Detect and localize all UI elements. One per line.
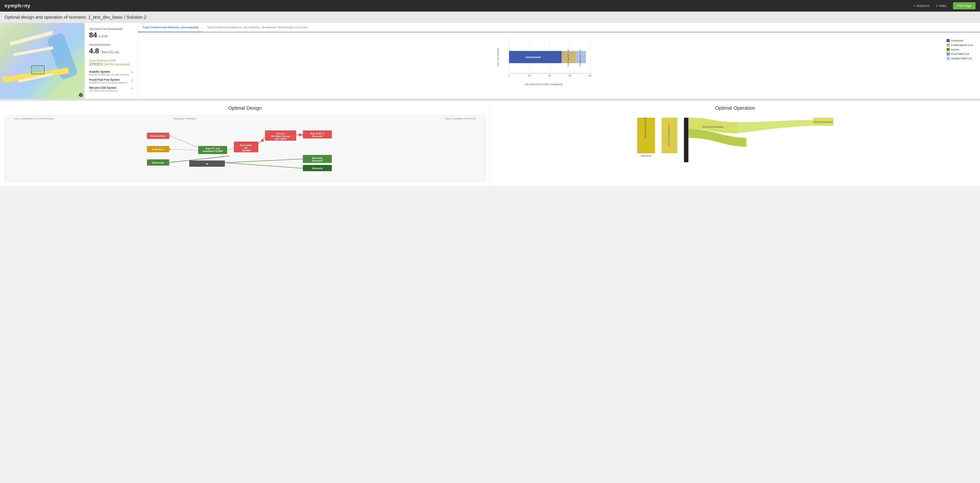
legend-color-fuel (947, 43, 950, 46)
page-title-bar: Optimal design and operation of scenario… (0, 11, 980, 23)
chart-legend: Investment Fuel&Capacity Cost Income Fix… (947, 37, 975, 86)
svg-rect-64 (684, 118, 688, 162)
green-premium-value: 13'819.1 CHF/Ton (annualized) (89, 62, 134, 66)
svg-text:Air-to-water: Air-to-water (240, 144, 252, 147)
svg-rect-45 (261, 139, 264, 142)
section-divider (0, 99, 980, 101)
system-item-netzero: Net-zero CO2 System (4.8 Tons CO2 Emissi… (89, 86, 134, 92)
green-premium-metric: Green Premiums (GP) 13'819.1 CHF/Ton (an… (89, 59, 134, 66)
svg-text:Heat 70-80 °C: Heat 70-80 °C (310, 132, 325, 135)
bar-chart-svg: 0 20 40 60 80 hub1 text changed (143, 37, 944, 81)
svg-text:HP: HP (245, 147, 248, 149)
map-panel[interactable]: i (0, 23, 84, 99)
operation-svg: Solar Roof (Import) Solar Roof Solar PV … (495, 115, 976, 174)
hubs-menu[interactable]: ▼ Hubs (936, 4, 947, 8)
lifecycle-value: 84 k CHF (89, 31, 134, 39)
map-road (9, 30, 53, 46)
map-info-icon[interactable]: i (79, 93, 83, 97)
legend-item-fuel: Fuel&Capacity Cost (947, 43, 975, 46)
check-icon: ✓ (130, 78, 134, 83)
svg-point-26 (168, 135, 170, 137)
metrics-panel: Life-cycle Cost (Annualized) 84 k CHF An… (84, 23, 138, 99)
svg-point-28 (168, 148, 170, 150)
map: i (0, 23, 84, 99)
navbar: sympheny ▼ Solutions ▼ Hubs Print Page (0, 0, 980, 11)
navbar-right: ▼ Solutions ▼ Hubs Print Page (913, 2, 975, 10)
svg-line-25 (169, 136, 203, 149)
emissions-unit: Tons CO₂-eq (101, 50, 119, 54)
svg-text:Solar Roof: Solar Roof (152, 148, 164, 151)
legend-label: Variable O&M Cost (951, 57, 972, 60)
map-selected-area (31, 65, 45, 74)
lifecycle-label: Life-cycle Cost (Annualized) (89, 27, 134, 30)
lifecycle-unit: k CHF (99, 35, 108, 38)
legend-label: Investment (951, 39, 963, 42)
flow-diagram: Import Candidates & On-site Resources Te… (5, 115, 485, 182)
optimal-design-panel: Optimal Design Import Candidates & On-si… (0, 101, 490, 186)
svg-text:Solar Roof: Solar Roof (641, 155, 651, 157)
svg-text:Electricity: Electricity (152, 161, 164, 164)
svg-text:Electricity (Demand): Electricity (Demand) (813, 121, 833, 123)
chart-panel: Total Cost/Income Balance, (Annualized) … (138, 23, 980, 99)
system-name: Fossil Fuel Free System (89, 78, 129, 81)
svg-text:158.9kW: 158.9kW (242, 149, 251, 152)
svg-text:installation 82.6kW: installation 82.6kW (203, 150, 223, 153)
legend-label: Fuel&Capacity Cost (951, 44, 973, 46)
emissions-value: 4.8 Tons CO₂-eq (89, 47, 134, 55)
legend-color-investment (947, 39, 950, 42)
svg-text:0: 0 (509, 75, 510, 77)
tech-label: Technology Candidates (173, 118, 196, 120)
operation-chart: Solar Roof (Import) Solar Roof Solar PV … (495, 115, 976, 174)
svg-text:Electricity: Electricity (312, 167, 323, 170)
lifecycle-metric: Life-cycle Cost (Annualized) 84 k CHF (89, 27, 134, 39)
main-content: i Life-cycle Cost (Annualized) 84 k CHF … (0, 23, 980, 186)
optimal-operation-panel: Optimal Operation Solar Roof (Import) So… (490, 101, 980, 186)
svg-text:60: 60 (569, 75, 571, 77)
svg-text:Solar Roof (Import): Solar Roof (Import) (644, 117, 646, 138)
legend-item-fixed: Fixed O&M Cost (947, 53, 975, 56)
legend-color-variable (947, 57, 950, 60)
svg-text:Solar PV roof installation: Solar PV roof installation (668, 124, 670, 147)
legend-label: Fixed O&M Cost (951, 53, 969, 55)
svg-text:Solar PV, roof: Solar PV, roof (205, 147, 220, 150)
chart-area: 0 20 40 60 80 hub1 text changed (138, 32, 980, 90)
print-page-button[interactable]: Print Page (953, 2, 975, 10)
systems-list: Autarkic System (95'635.4 MWh Non On-sit… (89, 70, 134, 92)
logo-accent: e (21, 3, 24, 8)
chevron-down-icon: ▼ (936, 5, 938, 7)
top-row: i Life-cycle Cost (Annualized) 84 k CHF … (0, 23, 980, 99)
app-logo: sympheny (5, 3, 30, 9)
legend-label: Income (951, 48, 959, 51)
system-name: Net-zero CO2 System (89, 86, 129, 89)
chevron-down-icon: ▼ (913, 5, 916, 7)
system-sub: (95'635.4 MWh Non On-site Imports) (89, 73, 129, 76)
legend-item-income: Income (947, 48, 975, 51)
legend-color-income (947, 48, 950, 51)
system-item-autarkic: Autarkic System (95'635.4 MWh Non On-sit… (89, 70, 134, 76)
green-premium-label: Green Premiums (GP) (89, 59, 134, 62)
tab-total-cost[interactable]: Total Cost/Income Balance, (Annualized) (138, 23, 203, 32)
optimal-design-title: Optimal Design (5, 105, 485, 111)
svg-text:Electricity Renewable: Electricity Renewable (702, 126, 724, 128)
svg-text:Electricity: Electricity (312, 157, 323, 159)
legend-item-investment: Investment (947, 39, 975, 42)
emissions-metric: Annual Emissions 4.8 Tons CO₂-eq (89, 43, 134, 55)
solutions-menu[interactable]: ▼ Solutions (913, 4, 929, 8)
flow-svg: Heat Ambient Solar Roof Electricity ■ (8, 124, 482, 177)
export-label: Export Candidates & Demands (445, 118, 476, 120)
system-name: Autarkic System (89, 70, 129, 73)
svg-line-55 (225, 159, 303, 163)
svg-line-27 (169, 149, 203, 150)
hubs-label: Hubs (939, 4, 947, 8)
tab-breakdown[interactable]: Total Cost/Income Balance, (Annualized) … (203, 23, 312, 32)
optimal-operation-title: Optimal Operation (495, 105, 976, 111)
svg-text:Generic: Generic (277, 132, 285, 135)
svg-text:Variable O&M Cost: Variable O&M Cost (579, 49, 581, 67)
svg-line-56 (225, 163, 303, 168)
svg-text:(Demand): (Demand) (312, 135, 323, 137)
chart-container: 0 20 40 60 80 hub1 text changed (143, 37, 944, 86)
x-icon: ✕ (130, 86, 134, 91)
svg-text:hub1 text changed: hub1 text changed (497, 48, 500, 66)
svg-text:Fuel/Capacity Cost: Fuel/Capacity Cost (567, 49, 569, 67)
svg-text:Investment: Investment (526, 56, 541, 59)
